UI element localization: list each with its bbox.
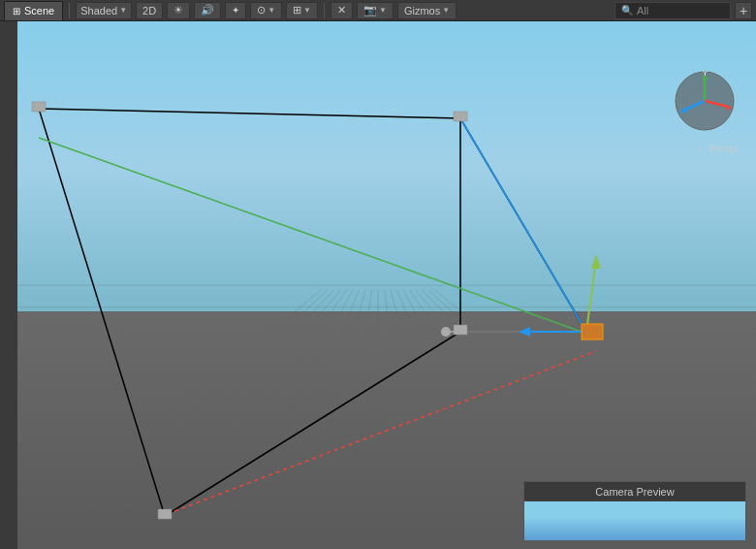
snap-button[interactable]: ✕ — [331, 2, 353, 19]
scene-visibility-button[interactable]: ⊙ ▼ — [250, 2, 282, 19]
camera-icon: 📷 — [363, 4, 377, 16]
scene-view[interactable]: Y ← Persp Camera Preview — [0, 21, 756, 549]
camera-preview-header: Camera Preview — [524, 482, 745, 501]
eye-icon: ⊙ — [257, 4, 266, 16]
svg-text:Y: Y — [703, 70, 708, 77]
fx-button[interactable]: ✦ — [225, 2, 246, 19]
scene-tab-label: Scene — [24, 5, 54, 16]
camera-preview-viewport — [524, 501, 745, 540]
add-button[interactable]: + — [735, 2, 752, 19]
camera-preview-panel: Camera Preview — [523, 481, 746, 539]
persp-label: ← Persp — [695, 143, 737, 154]
snap-icon: ✕ — [337, 4, 346, 16]
gizmos-label: Gizmos — [404, 5, 440, 16]
toolbar-right: 🔍 All + — [614, 2, 752, 19]
gizmo-svg: Y — [674, 70, 737, 133]
gizmos-arrow: ▼ — [442, 6, 450, 15]
camera-button[interactable]: 📷 ▼ — [357, 2, 394, 19]
orientation-gizmo[interactable]: Y — [674, 70, 737, 133]
search-placeholder: All — [637, 5, 648, 16]
scene-canvas — [0, 21, 756, 549]
2d-label: 2D — [142, 5, 156, 16]
plus-icon: + — [740, 3, 747, 18]
sun-icon: ☀ — [173, 4, 183, 16]
scene-grid-icon: ⊞ — [13, 6, 20, 16]
shaded-dropdown-arrow: ▼ — [119, 6, 127, 15]
shaded-label: Shaded — [80, 5, 117, 16]
2d-button[interactable]: 2D — [136, 2, 163, 19]
search-icon: 🔍 — [621, 5, 633, 16]
separator-1 — [69, 3, 70, 18]
grid-icon: ⊞ — [293, 4, 301, 16]
shaded-dropdown[interactable]: Shaded ▼ — [76, 2, 132, 19]
fx-icon: ✦ — [232, 5, 239, 16]
camera-arrow: ▼ — [379, 6, 387, 15]
scene-tab[interactable]: ⊞ Scene — [4, 1, 63, 20]
visibility-arrow: ▼ — [268, 6, 275, 15]
scene-toolbar: ⊞ Scene Shaded ▼ 2D ☀ 🔊 ✦ ⊙ ▼ ⊞ ▼ ✕ 📷 ▼ … — [0, 0, 756, 21]
camera-preview-title: Camera Preview — [595, 486, 674, 498]
search-box[interactable]: 🔍 All — [614, 2, 731, 19]
audio-button[interactable]: 🔊 — [194, 2, 221, 19]
lighting-button[interactable]: ☀ — [167, 2, 190, 19]
grid-button[interactable]: ⊞ ▼ — [286, 2, 318, 19]
separator-2 — [324, 3, 325, 18]
grid-arrow: ▼ — [303, 6, 311, 15]
gizmos-dropdown[interactable]: Gizmos ▼ — [397, 2, 457, 19]
speaker-icon: 🔊 — [201, 4, 214, 16]
